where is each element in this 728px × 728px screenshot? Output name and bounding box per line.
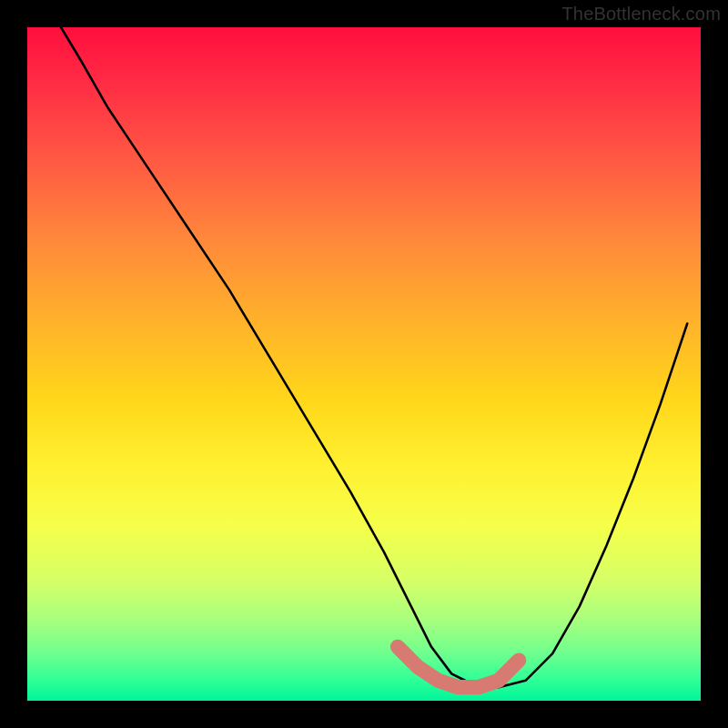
chart-frame: TheBottleneck.com [0,0,728,728]
minimum-marker [398,647,519,687]
plot-area [27,27,701,701]
watermark-text: TheBottleneck.com [561,4,721,25]
bottleneck-curve [61,27,687,687]
curve-layer [27,27,701,701]
